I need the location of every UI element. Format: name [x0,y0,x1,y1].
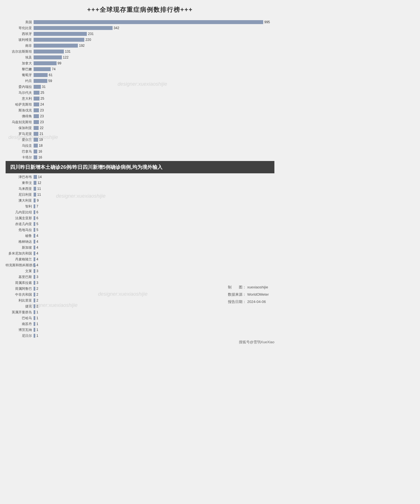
bar-track: 18 [34,144,274,148]
bar-value: 1 [36,310,38,314]
bar-fill [34,193,36,197]
bar-track: 4 [34,251,274,255]
bar-label: 加拿大 [6,61,34,66]
bar-row: 马来西亚11 [6,186,274,191]
bar-track: 4 [34,246,274,249]
bar-label: 中非共和国 [6,292,34,297]
bar-row: 尼日尔1 [6,333,274,338]
bar-row: 美国995 [6,20,274,25]
maker-row: 制 图： xuexiaoshijie [228,284,269,291]
bar-track: 25 [34,91,274,95]
bar-track: 3 [34,275,274,279]
bar-label: 格林纳达 [6,239,34,244]
bar-track: 21 [34,132,274,136]
bar-row: 博茨瓦纳1 [6,327,274,332]
bar-row: 津巴布韦14 [6,174,274,179]
bar-label: 巴哈马 [6,316,34,321]
bar-value: 192 [79,44,85,48]
bar-fill [34,287,35,291]
bar-track: 1 [34,316,274,320]
bar-fill [34,222,35,226]
chart-title: +++全球现存重症病例数排行榜+++ [6,6,274,14]
bar-label: 尼日尔 [6,333,34,338]
bar-fill [34,269,35,273]
bar-label: 保加利亚 [6,126,34,130]
bar-fill [34,155,37,159]
bar-row: 南非192 [6,43,274,48]
bar-value: 3 [36,281,38,285]
bar-track: 16 [34,150,274,153]
bar-track: 1 [34,310,274,314]
bar-fill [34,257,35,261]
bar-track: 23 [34,108,274,112]
bar-track: 12 [34,181,274,185]
bar-row: 多米尼加共和国4 [6,251,274,256]
bar-track: 23 [34,120,274,124]
bar-fill [34,50,64,53]
bar-value: 25 [41,91,44,95]
bar-value: 14 [38,175,42,179]
bar-label: 委内瑞拉 [6,85,34,89]
bar-track: 24 [34,102,274,106]
bar-fill [34,61,57,65]
bar-value: 5 [36,228,38,232]
bar-label: 新加坡 [6,245,34,250]
bar-track: 342 [34,26,274,30]
bar-value: 995 [264,20,270,24]
bar-row: 赤道几内亚5 [6,221,274,227]
bar-label: 斯洛伐克 [6,108,34,113]
bar-row: 罗马尼亚21 [6,131,274,136]
bar-fill [34,216,35,220]
bar-label: 文莱 [6,269,34,274]
bar-track: 7 [34,204,274,208]
bar-row: 斯洛伐克23 [6,108,274,113]
bar-fill [34,210,35,214]
bar-label: 埃及 [6,55,34,60]
date-label: 报告日期： [228,300,246,304]
bar-value: 21 [39,132,43,136]
bar-value: 25 [41,97,44,101]
bar-fill [34,97,39,101]
bar-row: 卡塔尔16 [6,155,274,160]
bar-value: 2 [36,293,38,297]
bar-row: 加拿大99 [6,61,274,66]
bar-row: 委内瑞拉31 [6,84,274,89]
bar-fill [34,108,39,112]
bar-fill [34,263,35,267]
bar-fill [34,240,35,244]
bar-value: 4 [36,240,38,244]
bar-fill [34,126,39,130]
bar-value: 1 [36,316,38,320]
bar-row: 约旦59 [6,78,274,83]
bar-label: 西班牙 [6,32,34,36]
bar-track: 6 [34,210,274,214]
bar-label: 澳大利亚 [6,198,34,203]
bar-fill [34,67,51,71]
bar-label: 佛得角 [6,114,34,119]
bar-track: 131 [34,50,274,53]
news-banner: 四川昨日新增本土确诊26例/昨日四川新增5例确诊病例,均为境外输入 [6,161,274,173]
bar-label: 博茨瓦纳 [6,328,34,332]
bar-label: 意大利 [6,96,34,101]
bar-track: 995 [34,20,274,24]
bar-row: 葡萄牙61 [6,73,274,78]
bar-fill [34,144,38,148]
bar-row: 巴哈马1 [6,316,274,321]
bar-fill [34,150,37,153]
bar-value: 6 [36,210,38,214]
bar-label: 马尔代夫 [6,90,34,95]
bar-label: 特克斯和凯科斯群岛 [6,263,34,268]
bar-fill [34,275,35,279]
bar-row: 乌拉圭18 [6,143,274,148]
bar-label: 哈萨克斯坦 [6,102,34,107]
bar-track: 5 [34,228,274,232]
bar-value: 1 [36,328,38,332]
bar-row: 格林纳达4 [6,239,274,244]
sohu-tag: 搜狐号@雪鸮XueXiao [239,340,274,345]
bar-value: 16 [38,155,42,159]
bar-fill [34,251,35,255]
bar-value: 23 [40,108,44,112]
bar-value: 16 [38,150,42,153]
bar-value: 6 [36,216,38,220]
bar-track: 25 [34,97,274,101]
